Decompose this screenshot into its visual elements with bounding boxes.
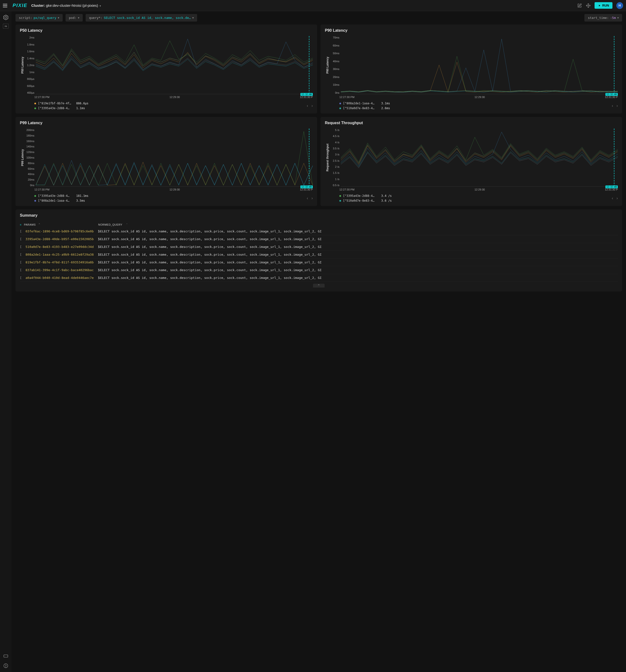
- cursor-badge: 12:32:00: [605, 186, 618, 188]
- y-axis: 200ms180ms160ms140ms120ms100ms80ms60ms40…: [25, 128, 36, 187]
- legend-dot: [340, 195, 341, 197]
- sort-icon[interactable]: ⌃: [38, 223, 41, 226]
- legend-prev[interactable]: ‹: [612, 104, 613, 108]
- chevron-down-icon: ▼: [99, 5, 102, 7]
- legend-item[interactable]: ["3395a43e-2d88-4…181.1ms: [34, 193, 307, 198]
- menu-icon[interactable]: [3, 3, 9, 8]
- chart-p50: P50 LatencyP50 Latency2ms1.8ms1.6ms1.4ms…: [16, 24, 317, 114]
- sidebar: ns: [0, 11, 11, 672]
- chart-rps: Request ThroughputRequest throughput5 /s…: [321, 117, 622, 206]
- plot-area[interactable]: 12:32:00: [36, 36, 313, 94]
- svg-point-4: [6, 667, 6, 667]
- legend-item[interactable]: ["819e1fbf-8b7e-4f…886.6µs: [34, 101, 307, 106]
- legend-item[interactable]: ["510a0d7e-8e83-4…2.6ms: [340, 106, 612, 111]
- start-time-param[interactable]: start_time: -5m ▼: [584, 14, 622, 22]
- table-row[interactable]: [ 03fef6ac-1896-4ce8-bd69-b798f85c6e0b ]…: [20, 227, 618, 235]
- plot-area[interactable]: 12:32:00: [36, 128, 313, 187]
- query-cell: SELECT sock.sock_id AS id, sock.name, so…: [98, 253, 618, 256]
- legend-item[interactable]: ["808a2de1-1aaa-4…3.1ms: [340, 101, 612, 106]
- legend: ["819e1fbf-8b7e-4f…886.6µs["3395a43e-2d8…: [20, 98, 313, 111]
- y-axis-label: Request throughput: [325, 128, 330, 187]
- cursor-line: [309, 128, 309, 186]
- svg-rect-2: [4, 655, 8, 657]
- cursor-line: [614, 128, 615, 186]
- legend-item[interactable]: ["808a2de1-1aaa-4…3.5ms: [34, 198, 307, 203]
- legend-prev[interactable]: ‹: [612, 196, 613, 200]
- query-cell: SELECT sock.sock_id AS id, sock.name, so…: [98, 230, 618, 233]
- namespace-icon[interactable]: ns: [3, 24, 9, 29]
- y-axis-label: P99 Latency: [20, 128, 25, 187]
- topbar: PIXIE Cluster: gke:dev-cluster-htroisi (…: [0, 0, 626, 11]
- query-param[interactable]: query*: SELECT sock.sock_id AS id, sock.…: [85, 14, 197, 22]
- param-cell: [ 819e1fbf-8b7e-4f6d-811f-693534916a8b ]: [20, 261, 95, 264]
- table-header: ≡ PARAMS ⌃ NORMED_QUERY ⌃: [20, 221, 618, 227]
- x-axis: 12:27:30 PM12:29:3012:31:30 P: [20, 94, 313, 98]
- chart-p99: P99 LatencyP99 Latency200ms180ms160ms140…: [16, 117, 317, 206]
- chart-p90: P90 LatencyP90 Latency70ms60ms50ms40ms30…: [321, 24, 622, 114]
- expand-handle[interactable]: ⌃: [313, 284, 325, 288]
- keyboard-icon[interactable]: [2, 653, 9, 659]
- query-cell: SELECT sock.sock_id AS id, sock.name, so…: [98, 237, 618, 241]
- chart-title: P50 Latency: [20, 28, 313, 33]
- cursor-badge: 12:32:00: [605, 93, 618, 96]
- col-query[interactable]: NORMED_QUERY: [98, 223, 122, 226]
- y-axis: 70ms60ms50ms40ms30ms20ms10ms0ns: [330, 36, 341, 94]
- legend-next[interactable]: ›: [617, 196, 618, 200]
- query-cell: SELECT sock.sock_id AS id, sock.name, so…: [98, 276, 618, 280]
- legend-next[interactable]: ›: [617, 104, 618, 108]
- plot-area[interactable]: 12:32:00: [341, 128, 618, 187]
- legend-item[interactable]: ["510a0d7e-8e83-4…3.6 /s: [340, 198, 612, 203]
- summary-panel: Summary ≡ PARAMS ⌃ NORMED_QUERY ⌃ [ 03fe…: [16, 209, 622, 291]
- legend-prev[interactable]: ‹: [307, 104, 308, 108]
- col-params[interactable]: PARAMS: [24, 223, 36, 226]
- table-row[interactable]: [ 3395a43e-2d88-40de-b95f-e00e1502085b ]…: [20, 235, 618, 243]
- chart-title: Request Throughput: [325, 121, 618, 125]
- script-param[interactable]: script: px/sql_query ▼: [16, 14, 62, 22]
- param-cell: [ a0a4f044-b040-410d-8ead-4de0446aec7e ]: [20, 276, 95, 280]
- cursor-line: [309, 36, 309, 94]
- main-content: script: px/sql_query ▼ pod: ▼ query*: SE…: [11, 11, 626, 672]
- legend-prev[interactable]: ‹: [307, 196, 308, 200]
- param-cell: [ 808a2de1-1aaa-4c25-a9b9-6612e8f29a38 ]: [20, 253, 95, 256]
- list-icon[interactable]: ≡: [20, 223, 22, 226]
- move-icon[interactable]: [586, 3, 591, 8]
- run-button[interactable]: RUN: [595, 2, 612, 9]
- help-icon[interactable]: [2, 662, 9, 669]
- legend: ["3395a43e-2d88-4…181.1ms["808a2de1-1aaa…: [20, 191, 313, 203]
- summary-title: Summary: [20, 213, 618, 218]
- chevron-down-icon: ▼: [78, 17, 79, 19]
- kubernetes-icon[interactable]: [2, 14, 9, 21]
- legend: ["3395a43e-2d88-4…3.4 /s["510a0d7e-8e83-…: [325, 191, 618, 203]
- legend-item[interactable]: ["3395a43e-2d88-4…1.1ms: [34, 106, 307, 111]
- table-row[interactable]: [ 510a0d7e-8e83-4193-b483-e27e09ddc34d ]…: [20, 243, 618, 251]
- y-axis: 5 /s4.5 /s4 /s3.5 /s3 /s2.5 /s2 /s1.5 /s…: [330, 128, 341, 187]
- table-row[interactable]: [ 819e1fbf-8b7e-4f6d-811f-693534916a8b ]…: [20, 259, 618, 266]
- legend-dot: [34, 195, 36, 197]
- cursor-badge: 12:32:00: [300, 186, 313, 188]
- table-row[interactable]: [ 808a2de1-1aaa-4c25-a9b9-6612e8f29a38 ]…: [20, 251, 618, 259]
- svg-marker-0: [4, 15, 8, 20]
- param-cell: [ 03fef6ac-1896-4ce8-bd69-b798f85c6e0b ]: [20, 230, 95, 233]
- avatar[interactable]: H: [616, 2, 623, 9]
- legend-dot: [34, 103, 36, 104]
- legend-dot: [34, 200, 36, 202]
- plot-area[interactable]: 12:32:00: [341, 36, 618, 94]
- pod-param[interactable]: pod: ▼: [66, 14, 83, 22]
- y-axis-label: P50 Latency: [20, 36, 25, 94]
- table-row[interactable]: [ a0a4f044-b040-410d-8ead-4de0446aec7e ]…: [20, 274, 618, 282]
- chevron-down-icon: ▼: [617, 17, 619, 19]
- table-row[interactable]: [ 837ab141-399e-4c1f-9abc-bace40296bac ]…: [20, 266, 618, 274]
- chart-title: P90 Latency: [325, 28, 618, 33]
- cluster-selector[interactable]: Cluster: gke:dev-cluster-htroisi (pl-pix…: [31, 3, 101, 7]
- legend-next[interactable]: ›: [311, 196, 313, 200]
- cursor-badge: 12:32:00: [300, 93, 313, 96]
- edit-icon[interactable]: [577, 3, 582, 8]
- query-cell: SELECT sock.sock_id AS id, sock.name, so…: [98, 261, 618, 264]
- legend-next[interactable]: ›: [311, 104, 313, 108]
- sort-icon[interactable]: ⌃: [126, 223, 128, 226]
- cluster-value: gke:dev-cluster-htroisi (pl-pixies): [46, 3, 98, 7]
- param-bar: script: px/sql_query ▼ pod: ▼ query*: SE…: [16, 14, 622, 22]
- param-cell: [ 837ab141-399e-4c1f-9abc-bace40296bac ]: [20, 268, 95, 272]
- legend-item[interactable]: ["3395a43e-2d88-4…3.4 /s: [340, 193, 612, 198]
- charts-grid: P50 LatencyP50 Latency2ms1.8ms1.6ms1.4ms…: [16, 24, 622, 206]
